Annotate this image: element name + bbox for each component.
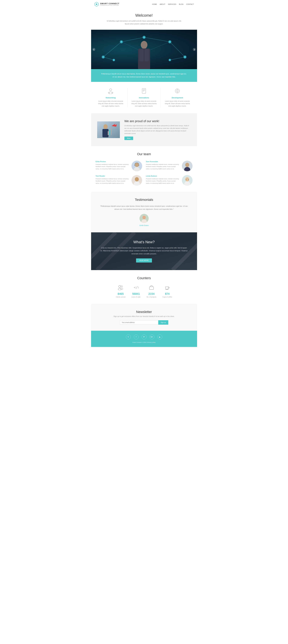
svg-rect-35 <box>143 91 144 91</box>
nav-contact[interactable]: CONTACT <box>186 4 194 5</box>
team-member-4: Linda Hudson Praesent vestibulum molesti… <box>146 175 192 186</box>
social-pinterest[interactable]: P <box>142 334 146 339</box>
coffee-label: Cups of coffee <box>162 296 172 298</box>
svg-rect-44 <box>108 131 109 135</box>
welcome-heading: Welcome! <box>100 13 188 18</box>
social-rss[interactable] <box>157 334 162 339</box>
feature-innovations: Innovations Lorem ipsum dolor sit amet c… <box>128 88 161 107</box>
nav-services[interactable]: SERVICES <box>168 4 176 5</box>
innovations-icon <box>131 88 157 95</box>
feature-networking: Networking Lorem ipsum dolor sit amet co… <box>94 88 128 107</box>
team-member-3: Tom Reader Praesent vestibulum molestie … <box>96 175 142 186</box>
proud-text: Ut tellortbus eget elementum vel curleft… <box>124 124 191 135</box>
clients-label: Clients served <box>116 296 126 298</box>
innovations-title: Innovations <box>131 97 157 99</box>
team-member-2: Sam Kremstain Praesent vestibulum molest… <box>146 161 192 171</box>
member2-desc: Praesent vestibulum molestie lacus. Aene… <box>146 164 180 170</box>
clients-value: 8465 <box>116 292 126 296</box>
newsletter-email-input[interactable] <box>120 320 158 325</box>
logo[interactable]: SMART CONNECT COMMUNICATION CENTER <box>94 2 119 7</box>
development-icon <box>164 88 191 95</box>
teal-banner: Pellentesque blandit rutrum lacus vitae … <box>91 69 197 82</box>
svg-rect-43 <box>103 129 109 137</box>
svg-point-56 <box>185 163 189 167</box>
counter-lines: </> 56841 Lines of code <box>132 285 141 298</box>
team-section: Our team Erika Priston Praesent vestibul… <box>91 146 197 192</box>
svg-point-42 <box>103 124 108 129</box>
testimonials-section: Testimonials "Pellentesque blandit rutru… <box>91 192 197 232</box>
projects-value: 2154 <box>147 292 156 296</box>
svg-line-4 <box>144 37 170 42</box>
features-section: Networking Lorem ipsum dolor sit amet co… <box>91 82 197 113</box>
hero-next-btn[interactable]: ❯ <box>193 48 196 51</box>
testimonial-name: Linda Green <box>100 224 188 226</box>
svg-point-78 <box>121 286 123 287</box>
testimonial-avatar <box>140 214 148 223</box>
coffee-icon <box>162 285 172 291</box>
member2-avatar <box>182 161 192 171</box>
read-more-button[interactable]: READ MORE <box>136 258 152 262</box>
svg-point-1 <box>96 4 97 5</box>
hero-prev-btn[interactable]: ❮ <box>92 48 95 51</box>
whats-new-heading: What's New? <box>100 240 188 244</box>
member4-name: Linda Hudson <box>146 175 180 177</box>
brand-name: SMART CONNECT <box>100 2 119 5</box>
testimonials-heading: Testimonials <box>100 198 188 202</box>
svg-point-21 <box>113 60 114 61</box>
nav-links: HOME ABOUT SERVICES BLOG CONTACT <box>152 4 194 5</box>
social-googleplus[interactable]: G+ <box>149 334 154 339</box>
logo-icon <box>94 2 99 7</box>
svg-line-6 <box>170 57 185 60</box>
svg-point-64 <box>185 177 189 181</box>
counter-coffee: 874 Cups of coffee <box>162 285 172 298</box>
social-facebook[interactable]: f <box>134 334 139 339</box>
svg-point-15 <box>143 36 145 38</box>
svg-line-3 <box>121 37 144 42</box>
teal-banner-line2: Ut nec dictum nisl. Sed eleifend laoreet… <box>100 76 188 78</box>
feature-development: Development Lorem ipsum dolor sit amet c… <box>161 88 194 107</box>
svg-point-60 <box>135 177 139 181</box>
svg-rect-81 <box>149 287 154 290</box>
testimonial-quote: "Pellentesque blandit rutrum lacus vitae… <box>100 205 188 211</box>
more-button[interactable]: More <box>124 136 133 140</box>
welcome-text1: Ut tellortbus eget elementum vel curleft… <box>100 20 188 22</box>
newsletter-section: Newsletter Sign up to get exclusive offe… <box>91 304 197 331</box>
nav-home[interactable]: HOME <box>152 4 157 5</box>
social-links: 𝕋 f P G+ <box>100 334 188 339</box>
svg-rect-26 <box>139 49 144 61</box>
svg-point-11 <box>103 56 104 58</box>
nav-blog[interactable]: BLOG <box>179 4 184 5</box>
brand-text: SMART CONNECT COMMUNICATION CENTER <box>100 2 119 6</box>
newsletter-signup-button[interactable]: Sign up <box>158 320 168 325</box>
svg-point-83 <box>159 337 159 338</box>
welcome-section: Welcome! Ut tellortbus eget elementum ve… <box>91 8 197 30</box>
whats-new-section: What's New? Cras eu miasene brc. Prm nas… <box>91 232 197 270</box>
footer: 𝕋 f P G+ Smart Connect © 2016 | Privacy … <box>91 331 197 347</box>
newsletter-heading: Newsletter <box>100 310 188 314</box>
member1-desc: Praesent vestibulum molestie lacus. Aene… <box>96 164 129 170</box>
counter-clients: 8465 Clients served <box>116 285 126 298</box>
networking-desc: Lorem ipsum dolor sit amet consecte isin… <box>97 100 124 107</box>
svg-point-52 <box>135 163 139 167</box>
svg-point-13 <box>121 41 122 42</box>
counters-heading: Counters <box>96 276 192 280</box>
svg-text:</>: </> <box>134 286 139 289</box>
svg-rect-46 <box>111 128 112 135</box>
member3-desc: Praesent vestibulum molestie lacus. Aene… <box>96 178 129 184</box>
svg-rect-66 <box>188 179 189 180</box>
svg-point-19 <box>184 56 186 58</box>
member1-name: Erika Priston <box>96 161 129 162</box>
social-twitter[interactable]: 𝕋 <box>126 334 131 339</box>
development-desc: Lorem ipsum dolor sit amet consecte isin… <box>164 100 191 107</box>
svg-line-7 <box>103 57 114 60</box>
footer-copyright: Smart Connect © 2016 | Privacy policy <box>100 342 188 343</box>
newsletter-form: Sign up <box>120 320 168 325</box>
clients-icon <box>116 285 126 291</box>
proud-heading: We are proud of our work! <box>124 120 191 123</box>
svg-rect-27 <box>145 49 149 61</box>
svg-rect-45 <box>109 130 110 135</box>
nav-about[interactable]: ABOUT <box>160 4 165 5</box>
member3-name: Tom Reader <box>96 175 129 177</box>
lines-label: Lines of code <box>132 296 141 298</box>
svg-rect-65 <box>186 179 186 180</box>
